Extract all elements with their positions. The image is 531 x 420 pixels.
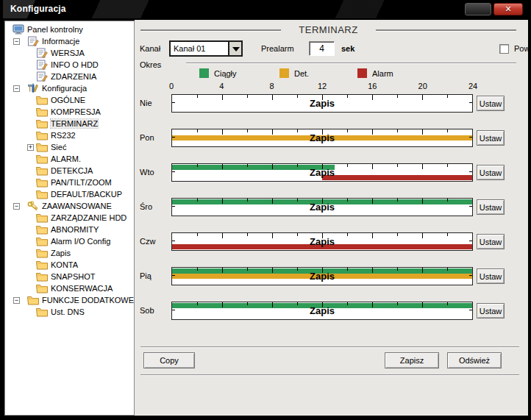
folder-icon	[36, 130, 48, 140]
schedule-bar[interactable]: Zapis	[171, 267, 473, 285]
separator-top	[140, 346, 519, 348]
titlebar[interactable]: Konfiguracja ✕	[3, 0, 528, 18]
set-button[interactable]: Ustaw	[477, 268, 505, 284]
item-label: ZARZĄDZANIE HDD	[51, 213, 126, 222]
schedule-row-nie: Nie Zapis Ustaw	[135, 94, 528, 113]
schedule-bar[interactable]: Zapis	[171, 163, 473, 182]
item-label: Konfiguracja	[42, 84, 87, 93]
sidebar-item-ust-dns[interactable]: Ust. DNS	[5, 306, 134, 318]
sidebar-item-terminarz[interactable]: TERMINARZ	[5, 118, 134, 129]
schedule-bar[interactable]: Zapis	[171, 302, 473, 320]
set-button[interactable]: Ustaw	[477, 165, 505, 180]
set-button[interactable]: Ustaw	[477, 96, 505, 111]
close-button[interactable]: ✕	[493, 3, 523, 15]
expander-icon[interactable]: −	[13, 203, 20, 210]
main-panel: TERMINARZ Kanał Kanał 01 Prealarm sek Po…	[135, 20, 528, 416]
channel-label: Kanał	[140, 40, 160, 57]
schedule-row-pon: Pon Zapis Ustaw	[135, 129, 528, 147]
schedule-bar[interactable]: Zapis	[171, 232, 473, 251]
controls-row: Kanał Kanał 01 Prealarm sek Powielanie	[135, 40, 528, 57]
item-label: RS232	[51, 131, 76, 140]
prealarm-label: Prealarm	[261, 40, 294, 57]
sidebar-item-funkcje-dodatkowe[interactable]: − FUNKCJE DODATKOWE	[5, 294, 134, 306]
notes-icon	[36, 71, 48, 82]
folder-icon	[36, 142, 48, 152]
axis-tick-label: 20	[418, 82, 427, 90]
axis-tick-label: 8	[270, 82, 274, 90]
channel-select[interactable]: Kanał 01	[169, 40, 243, 57]
prealarm-input[interactable]	[309, 41, 335, 56]
notes-icon	[36, 48, 48, 58]
schedule-bar[interactable]: Zapis	[171, 94, 473, 113]
schedule-bar[interactable]: Zapis	[171, 198, 473, 216]
sidebar-item-detekcja[interactable]: DETEKCJA	[5, 165, 134, 177]
close-icon: ✕	[505, 4, 511, 13]
refresh-button[interactable]: Odśwież	[447, 352, 502, 369]
set-button[interactable]: Ustaw	[477, 303, 505, 318]
save-button[interactable]: Zapisz	[385, 352, 439, 369]
sidebar-item-default-backup[interactable]: DEFAULT/BACKUP	[5, 188, 134, 200]
sidebar-item-alarm-i-o-config[interactable]: Alarm I/O Config	[5, 235, 134, 247]
window-title: Konfiguracja	[10, 4, 66, 14]
chevron-down-icon[interactable]	[228, 42, 241, 55]
item-label: FUNKCJE DODATKOWE	[42, 296, 134, 305]
item-label: ABNORMITY	[51, 225, 99, 234]
duplicate-checkbox[interactable]	[499, 44, 509, 54]
set-button[interactable]: Ustaw	[477, 234, 505, 249]
expander-icon[interactable]: +	[27, 144, 34, 151]
folder-icon	[36, 260, 48, 270]
day-label: Pią	[140, 271, 152, 280]
folder-icon	[36, 224, 48, 235]
sidebar-item-wersja[interactable]: WERSJA	[5, 47, 134, 59]
item-label: Alarm I/O Config	[51, 237, 110, 246]
item-label: ZAAWANSOWANE	[42, 202, 112, 210]
item-label: KOMPRESJA	[51, 107, 101, 116]
legend-swatch	[279, 68, 289, 78]
sidebar-item-alarm[interactable]: ALARM.	[5, 153, 134, 165]
legend-item-det: Det.	[279, 68, 309, 78]
header-rule-left	[140, 29, 281, 31]
sidebar-item-kompresja[interactable]: KOMPRESJA	[5, 106, 134, 118]
expander-icon[interactable]: −	[13, 297, 20, 304]
sidebar-item-informacje[interactable]: − Informacje	[5, 35, 134, 47]
item-label: DEFAULT/BACKUP	[51, 190, 122, 199]
sidebar-item-siec[interactable]: + Sieć	[5, 141, 134, 153]
day-label: Czw	[140, 237, 155, 246]
sidebar-item-konserwacja[interactable]: KONSERWACJA	[5, 282, 134, 294]
expander-icon[interactable]: −	[13, 85, 20, 92]
sidebar-item-zaawansowane[interactable]: − ZAAWANSOWANE	[5, 200, 134, 212]
notes-icon	[27, 36, 39, 46]
sidebar-item-snapshot[interactable]: SNAPSHOT	[5, 271, 134, 282]
sidebar-item-panel-kontrolny[interactable]: Panel kontrolny	[5, 24, 134, 35]
folder-icon	[36, 177, 48, 188]
period-rule	[186, 63, 516, 64]
sidebar-item-abnormity[interactable]: ABNORMITY	[5, 224, 134, 235]
axis-tick-label: 16	[368, 82, 377, 90]
expander-icon[interactable]: −	[13, 38, 20, 45]
item-label: Panel kontrolny	[27, 25, 83, 34]
sidebar-item-rs232[interactable]: RS232	[5, 129, 134, 141]
schedule-row-wto: Wto Zapis Ustaw	[135, 163, 528, 182]
sidebar-item-ogolne[interactable]: OGÓLNE	[5, 94, 134, 106]
sidebar-item-zdarzenia[interactable]: ZDARZENIA	[5, 71, 134, 82]
schedule-rows: Nie Zapis Ustaw Pon Zapis Ustaw Wto Zapi…	[135, 94, 528, 344]
panel-header: TERMINARZ	[140, 24, 516, 35]
axis-tick-label: 0	[169, 82, 174, 90]
copy-button[interactable]: Copy	[143, 352, 195, 369]
window-secondary-button[interactable]	[465, 3, 491, 15]
sidebar-item-konfiguracja[interactable]: − Konfiguracja	[5, 82, 134, 94]
set-button[interactable]: Ustaw	[477, 130, 505, 146]
tools-icon	[27, 83, 39, 93]
bar-label: Zapis	[172, 98, 472, 109]
set-button[interactable]: Ustaw	[477, 199, 505, 215]
item-label: Ust. DNS	[51, 307, 85, 316]
bar-label: Zapis	[172, 202, 472, 213]
sidebar-item-zarzadzanie-hdd[interactable]: ZARZĄDZANIE HDD	[5, 212, 134, 224]
sidebar-item-info-o-hdd[interactable]: INFO O HDD	[5, 59, 134, 71]
item-label: ZDARZENIA	[51, 72, 96, 81]
schedule-bar[interactable]: Zapis	[171, 129, 473, 147]
sidebar-item-konta[interactable]: KONTA	[5, 259, 134, 271]
sidebar-tree: Panel kontrolny − Informacje WERSJA INFO…	[4, 21, 135, 416]
sidebar-item-pan-tilt-zoom[interactable]: PAN/TILT/ZOOM	[5, 177, 134, 188]
sidebar-item-zapis[interactable]: Zapis	[5, 247, 134, 259]
